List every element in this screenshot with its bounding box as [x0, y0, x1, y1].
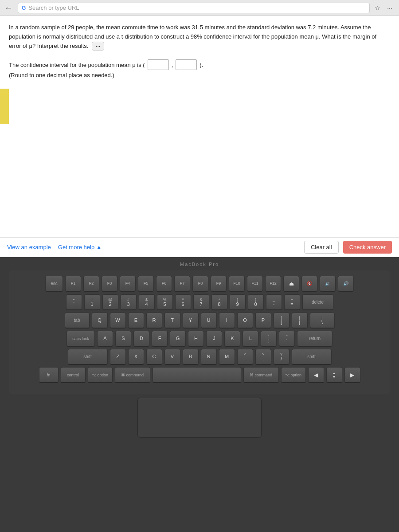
key-option-right[interactable]: ⌥ option: [281, 367, 306, 383]
key-quote[interactable]: "': [279, 331, 295, 347]
key-e[interactable]: E: [128, 313, 144, 329]
key-u[interactable]: U: [201, 313, 217, 329]
key-control[interactable]: control: [61, 367, 86, 383]
key-command-right[interactable]: ⌘ command: [243, 367, 279, 383]
key-c[interactable]: C: [146, 349, 162, 365]
key-n[interactable]: N: [201, 349, 217, 365]
get-more-help-button[interactable]: Get more help ▲: [58, 244, 102, 250]
key-t[interactable]: T: [164, 313, 180, 329]
key-0[interactable]: )0: [248, 294, 264, 310]
key-4[interactable]: $4: [139, 294, 155, 310]
key-f5[interactable]: F5: [138, 276, 154, 292]
address-input[interactable]: G Search or type URL: [18, 3, 370, 13]
key-period[interactable]: >.: [255, 349, 271, 365]
key-arrow-right[interactable]: ▶: [344, 367, 360, 383]
key-tab[interactable]: tab: [65, 313, 90, 329]
key-8[interactable]: *8: [211, 294, 227, 310]
key-delete[interactable]: delete: [302, 294, 333, 310]
key-2[interactable]: @2: [102, 294, 118, 310]
key-w[interactable]: W: [110, 313, 126, 329]
key-f[interactable]: F: [152, 331, 168, 347]
key-f10[interactable]: F10: [229, 276, 245, 292]
key-arrow-left[interactable]: ◀: [308, 367, 324, 383]
key-esc[interactable]: esc: [45, 276, 63, 292]
key-f2[interactable]: F2: [83, 276, 99, 292]
key-f1[interactable]: F1: [65, 276, 81, 292]
key-f4[interactable]: F4: [120, 276, 136, 292]
input-box-left[interactable]: [148, 59, 169, 70]
key-q[interactable]: Q: [92, 313, 108, 329]
trackpad[interactable]: [137, 398, 262, 438]
key-vol-down[interactable]: 🔉: [320, 276, 336, 292]
key-1[interactable]: !1: [84, 294, 100, 310]
key-semicolon[interactable]: :;: [261, 331, 277, 347]
key-arrow-updown[interactable]: ▲▼: [326, 367, 342, 383]
key-x[interactable]: X: [128, 349, 144, 365]
star-icon[interactable]: ☆: [373, 4, 381, 12]
key-f8[interactable]: F8: [192, 276, 208, 292]
key-f3[interactable]: F3: [102, 276, 117, 292]
key-5[interactable]: %5: [157, 294, 173, 310]
confidence-interval-row: The confidence interval for the populati…: [9, 59, 390, 70]
key-f11[interactable]: F11: [247, 276, 263, 292]
key-h[interactable]: H: [188, 331, 204, 347]
key-s[interactable]: S: [115, 331, 131, 347]
key-9[interactable]: (9: [230, 294, 246, 310]
key-v[interactable]: V: [164, 349, 180, 365]
key-o[interactable]: O: [237, 313, 253, 329]
key-f12[interactable]: F12: [265, 276, 281, 292]
key-shift-left[interactable]: shift: [68, 349, 108, 365]
address-text: Search or type URL: [28, 4, 79, 11]
keyboard-row-3: caps lock A S D F G H J K L :; "' return: [15, 331, 384, 347]
key-g[interactable]: G: [170, 331, 186, 347]
key-r[interactable]: R: [146, 313, 162, 329]
key-equals[interactable]: +=: [284, 294, 300, 310]
key-z[interactable]: Z: [110, 349, 126, 365]
keyboard: esc F1 F2 F3 F4 F5 F6 F7 F8 F9 F10 F11 F…: [9, 270, 390, 394]
menu-dots-icon[interactable]: ···: [386, 4, 394, 12]
key-3[interactable]: #3: [121, 294, 137, 310]
round-note: (Round to one decimal place as needed.): [9, 72, 390, 78]
view-example-button[interactable]: View an example: [7, 244, 51, 250]
key-f6[interactable]: F6: [156, 276, 172, 292]
key-6[interactable]: ^6: [175, 294, 191, 310]
clear-all-button[interactable]: Clear all: [304, 241, 339, 254]
key-k[interactable]: K: [224, 331, 240, 347]
key-command-left[interactable]: ⌘ command: [115, 367, 150, 383]
key-lbracket[interactable]: {[: [274, 313, 289, 329]
key-rbracket[interactable]: }]: [292, 313, 308, 329]
key-a[interactable]: A: [97, 331, 113, 347]
key-comma[interactable]: <,: [237, 349, 253, 365]
key-f7[interactable]: F7: [174, 276, 190, 292]
key-7[interactable]: &7: [193, 294, 209, 310]
key-power[interactable]: ⏏: [283, 276, 299, 292]
key-backtick[interactable]: ~`: [66, 294, 82, 310]
back-arrow[interactable]: ←: [4, 4, 12, 13]
check-answer-button[interactable]: Check answer: [343, 241, 392, 254]
key-mute[interactable]: 🔇: [301, 276, 317, 292]
key-m[interactable]: M: [219, 349, 235, 365]
content-area: In a random sample of 29 people, the mea…: [0, 16, 399, 237]
key-minus[interactable]: _-: [266, 294, 282, 310]
key-b[interactable]: B: [183, 349, 199, 365]
bottom-right-buttons: Clear all Check answer: [304, 241, 392, 254]
key-l[interactable]: L: [243, 331, 258, 347]
key-option-left[interactable]: ⌥ option: [88, 367, 113, 383]
key-vol-up[interactable]: 🔊: [338, 276, 354, 292]
key-p[interactable]: P: [255, 313, 271, 329]
key-caps[interactable]: caps lock: [66, 331, 95, 347]
key-f9[interactable]: F9: [211, 276, 227, 292]
key-space[interactable]: [153, 367, 241, 383]
key-j[interactable]: J: [206, 331, 222, 347]
key-i[interactable]: I: [219, 313, 235, 329]
key-d[interactable]: D: [133, 331, 149, 347]
key-y[interactable]: Y: [183, 313, 199, 329]
key-return[interactable]: return: [297, 331, 332, 347]
confidence-label: The confidence interval for the populati…: [9, 62, 145, 68]
key-backslash[interactable]: |\: [310, 313, 335, 329]
expand-button[interactable]: ···: [92, 42, 104, 51]
key-fn[interactable]: fn: [39, 367, 59, 383]
key-slash[interactable]: ?/: [274, 349, 289, 365]
key-shift-right[interactable]: shift: [292, 349, 332, 365]
input-box-right[interactable]: [176, 59, 197, 70]
